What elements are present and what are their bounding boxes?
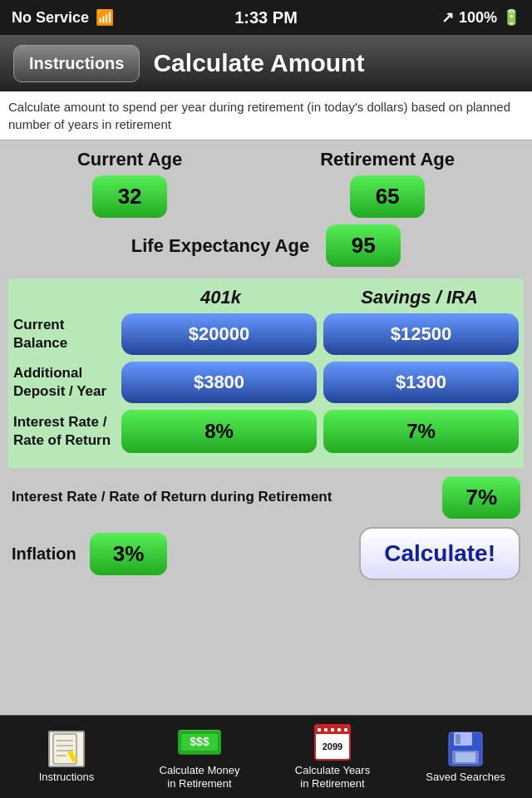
tab-saved-searches[interactable]: Saved Searches bbox=[399, 716, 532, 798]
svg-rect-9 bbox=[318, 728, 321, 732]
deposit-cells: $3800 $1300 bbox=[121, 362, 519, 403]
table-row-deposit: Additional Deposit / Year $3800 $1300 bbox=[13, 362, 519, 403]
calendar-icon: 2099 bbox=[314, 724, 351, 761]
retirement-age-input[interactable]: 65 bbox=[350, 175, 425, 218]
instructions-tab-icon bbox=[45, 731, 88, 767]
rate-label: Interest Rate / Rate of Return bbox=[13, 413, 121, 450]
inflation-label: Inflation bbox=[12, 543, 76, 564]
location-icon: ↗ bbox=[441, 8, 454, 27]
deposit-label: Additional Deposit / Year bbox=[13, 364, 121, 401]
retirement-rate-row: Interest Rate / Rate of Return during Re… bbox=[8, 476, 524, 519]
rate-cells: 8% 7% bbox=[121, 410, 519, 453]
svg-rect-10 bbox=[324, 728, 328, 732]
battery-icon: 🔋 bbox=[502, 8, 520, 27]
table-row-rate: Interest Rate / Rate of Return 8% 7% bbox=[13, 410, 519, 453]
calculate-button[interactable]: Calculate! bbox=[359, 527, 520, 580]
tab-saved-searches-label: Saved Searches bbox=[426, 771, 505, 784]
battery-label: 100% bbox=[459, 9, 497, 27]
tab-calculate-years[interactable]: 2099 Calculate Years in Retirement bbox=[266, 716, 399, 798]
retirement-age-label: Retirement Age bbox=[320, 149, 455, 170]
col1-header: 401k bbox=[121, 287, 320, 308]
svg-rect-12 bbox=[337, 728, 341, 732]
deposit-401k-input[interactable]: $3800 bbox=[121, 362, 317, 403]
balance-cells: $20000 $12500 bbox=[121, 313, 519, 355]
life-expectancy-label: Life Expectancy Age bbox=[131, 235, 309, 257]
tab-bar: Instructions $$$ Calculate Money in Reti… bbox=[0, 715, 532, 798]
retirement-rate-input[interactable]: 7% bbox=[442, 476, 520, 519]
tab-calculate-money-label: Calculate Money in Retirement bbox=[160, 764, 240, 790]
floppy-tab-icon bbox=[444, 731, 487, 767]
nav-bar: Instructions Calculate Amount bbox=[0, 35, 532, 91]
main-content: Current Age 32 Retirement Age 65 Life Ex… bbox=[0, 140, 532, 580]
rate-savings-input[interactable]: 7% bbox=[323, 410, 519, 453]
age-row: Current Age 32 Retirement Age 65 bbox=[8, 149, 524, 218]
balance-savings-input[interactable]: $12500 bbox=[323, 313, 519, 355]
deposit-savings-input[interactable]: $1300 bbox=[323, 362, 519, 403]
svg-rect-11 bbox=[331, 728, 334, 732]
bottom-row: Inflation 3% Calculate! bbox=[8, 527, 524, 580]
balance-401k-input[interactable]: $20000 bbox=[121, 313, 317, 355]
calendar-tab-icon: 2099 bbox=[311, 724, 354, 761]
calendar-year: 2099 bbox=[316, 734, 349, 759]
rate-401k-input[interactable]: 8% bbox=[121, 410, 317, 453]
svg-rect-13 bbox=[344, 728, 347, 732]
current-age-input[interactable]: 32 bbox=[92, 175, 167, 218]
tab-calculate-years-label: Calculate Years in Retirement bbox=[295, 764, 370, 790]
description-text: Calculate amount to spend per year durin… bbox=[0, 91, 532, 140]
money-bill-icon: $$$ bbox=[178, 730, 221, 755]
balance-label: Current Balance bbox=[13, 316, 121, 352]
floppy-disk-icon bbox=[447, 731, 484, 767]
tab-instructions[interactable]: Instructions bbox=[0, 716, 133, 798]
svg-rect-18 bbox=[456, 752, 475, 762]
col2-header: Savings / IRA bbox=[320, 287, 519, 308]
carrier-label: No Service bbox=[12, 9, 89, 27]
status-bar: No Service 📶 1:33 PM ↗ 100% 🔋 bbox=[0, 0, 532, 35]
life-expectancy-input[interactable]: 95 bbox=[326, 224, 401, 267]
svg-text:$$$: $$$ bbox=[190, 735, 209, 748]
current-age-group: Current Age 32 bbox=[77, 149, 182, 218]
instructions-button[interactable]: Instructions bbox=[13, 45, 140, 82]
current-age-label: Current Age bbox=[77, 149, 182, 170]
retirement-rate-label: Interest Rate / Rate of Return during Re… bbox=[12, 488, 442, 506]
svg-rect-16 bbox=[456, 734, 461, 744]
notepad-icon bbox=[48, 731, 85, 767]
tab-instructions-label: Instructions bbox=[39, 771, 94, 784]
money-tab-icon: $$$ bbox=[178, 724, 221, 761]
tab-calculate-money[interactable]: $$$ Calculate Money in Retirement bbox=[133, 716, 266, 798]
retirement-age-group: Retirement Age 65 bbox=[320, 149, 455, 218]
life-expectancy-row: Life Expectancy Age 95 bbox=[8, 224, 524, 267]
time-label: 1:33 PM bbox=[234, 8, 298, 27]
inflation-input[interactable]: 3% bbox=[90, 533, 168, 575]
table-header: 401k Savings / IRA bbox=[121, 287, 519, 308]
calendar-top-stripe bbox=[316, 726, 349, 734]
page-title: Calculate Amount bbox=[153, 49, 364, 77]
table-area: 401k Savings / IRA Current Balance $2000… bbox=[8, 278, 524, 468]
wifi-icon: 📶 bbox=[96, 8, 114, 27]
table-row-balance: Current Balance $20000 $12500 bbox=[13, 313, 519, 355]
